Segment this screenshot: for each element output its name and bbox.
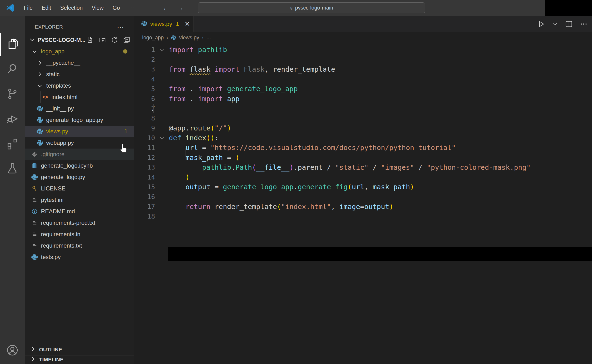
split-editor-icon[interactable] [565,20,573,28]
line-number[interactable]: 17 [134,203,155,210]
chevron-down-icon [36,82,43,89]
tree-item-tests-py[interactable]: tests.py [25,251,134,263]
tab-close-icon[interactable]: ✕ [185,20,190,28]
tree-item-generate-logo-py[interactable]: generate_logo.py [25,171,134,183]
timeline-label: TIMELINE [39,357,64,363]
run-and-debug-icon[interactable] [0,107,25,130]
code-editor[interactable]: 1import pathlib23from flask import Flask… [134,43,592,221]
tree-item-views-py[interactable]: views.py1 [25,126,134,137]
code-line-3[interactable]: 3from flask import Flask, render_templat… [134,64,592,74]
editor-more-actions-icon[interactable] [580,20,588,28]
tree-item-requirements-in[interactable]: requirements.in [25,228,134,240]
tree-item--init-py[interactable]: __init__.py [25,103,134,114]
run-dropdown-chevron-icon[interactable] [552,21,558,27]
tree-item-logo-app[interactable]: logo_app [25,46,134,57]
line-number[interactable]: 15 [134,183,155,191]
line-number[interactable]: 2 [134,56,155,63]
menu-[interactable]: ⋯ [129,5,134,11]
code-line-16[interactable]: 16 [134,192,592,202]
line-number[interactable]: 4 [134,75,155,83]
python-file-icon [36,139,43,146]
code-line-12[interactable]: 12 mask_path = ( [134,153,592,162]
file-tree: logo_app__pycache__statictemplates<>inde… [25,46,134,263]
breadcrumb-item[interactable]: logo_app [142,34,164,41]
line-number[interactable]: 11 [134,144,155,151]
line-number[interactable]: 12 [134,154,155,161]
tree-item-index-html[interactable]: <>index.html [25,91,134,103]
nav-back-button[interactable]: ← [163,4,169,12]
fold-chevron-icon[interactable] [155,135,169,140]
tree-item-templates[interactable]: templates [25,80,134,91]
tree-item--pycache-[interactable]: __pycache__ [25,57,134,69]
fold-chevron-icon[interactable] [155,47,169,52]
line-number[interactable]: 3 [134,65,155,73]
line-number[interactable]: 7 [134,105,155,112]
breadcrumb-item[interactable]: views.py [179,34,199,41]
line-number[interactable]: 14 [134,174,155,181]
source-control-icon[interactable] [0,82,25,105]
new-folder-icon[interactable] [99,36,106,44]
line-number[interactable]: 10 [134,134,155,142]
chevron-right-icon [30,346,36,353]
code-line-14[interactable]: 14 ) [134,172,592,182]
code-line-15[interactable]: 15 output = generate_logo_app.generate_f… [134,182,592,192]
account-icon[interactable] [0,339,25,362]
code-line-13[interactable]: 13 pathlib.Path(__file__).parent / "stat… [134,162,592,172]
line-number[interactable]: 9 [134,124,155,132]
collapse-all-icon[interactable] [123,36,130,44]
explorer-more-actions-icon[interactable]: ⋯ [117,23,124,31]
outline-section-header[interactable]: OUTLINE [25,344,134,355]
code-line-5[interactable]: 5from . import generate_logo_app [134,84,592,94]
line-number[interactable]: 13 [134,163,155,171]
menu-edit[interactable]: Edit [42,5,51,11]
tree-item--gitignore[interactable]: .gitignore [25,149,134,160]
code-line-9[interactable]: 9@app.route("/") [134,123,592,133]
new-file-icon[interactable] [87,36,94,44]
menu-view[interactable]: View [92,5,103,11]
tree-item-label: index.html [52,94,77,100]
command-center-search[interactable]: ⌕ pvscc-logo-main [198,2,425,13]
menu-selection[interactable]: Selection [60,5,83,11]
extensions-icon[interactable] [0,132,25,155]
line-number[interactable]: 18 [134,213,155,220]
nav-forward-button[interactable]: → [177,4,184,12]
tree-item-generate-logo-ipynb[interactable]: generate_logo.ipynb [25,160,134,171]
project-root-row[interactable]: PVSCC-LOGO-M... [25,34,134,46]
tree-item-readme-md[interactable]: README.md [25,206,134,217]
search-view-icon[interactable] [0,58,25,80]
code-line-11[interactable]: 11 url = "https://code.visualstudio.com/… [134,143,592,153]
code-line-18[interactable]: 18 [134,211,592,221]
tab-views-py[interactable]: views.py 1 ✕ [134,16,194,32]
explorer-icon[interactable] [0,33,25,56]
line-number[interactable]: 5 [134,85,155,93]
breadcrumb-item[interactable]: ... [207,34,211,41]
line-number[interactable]: 1 [134,46,155,53]
line-number[interactable]: 6 [134,95,155,102]
tree-item-static[interactable]: static [25,69,134,80]
tree-item-requirements-txt[interactable]: requirements.txt [25,240,134,251]
line-number[interactable]: 8 [134,115,155,122]
menu-go[interactable]: Go [113,5,120,11]
tree-item-requirements-prod-txt[interactable]: requirements-prod.txt [25,217,134,228]
tree-item-license[interactable]: LICENSE [25,183,134,194]
code-line-7[interactable]: 7 [134,104,592,113]
code-line-10[interactable]: 10def index(): [134,133,592,143]
run-python-file-icon[interactable] [537,20,545,28]
code-line-1[interactable]: 1import pathlib [134,45,592,54]
menu-file[interactable]: File [24,5,33,11]
chevron-down-icon [29,36,35,44]
code-line-8[interactable]: 8 [134,113,592,123]
tree-item-pytest-ini[interactable]: pytest.ini [25,194,134,206]
code-line-6[interactable]: 6from . import app [134,94,592,104]
refresh-icon[interactable] [111,36,118,44]
tree-item-label: generate_logo_app.py [46,117,103,123]
code-line-2[interactable]: 2 [134,54,592,64]
key-file-icon [31,185,38,192]
testing-icon[interactable] [0,157,25,180]
line-number[interactable]: 16 [134,193,155,201]
tree-item-webapp-py[interactable]: webapp.py [25,137,134,149]
code-line-4[interactable]: 4 [134,74,592,84]
timeline-section-header[interactable]: TIMELINE [25,355,134,364]
tree-item-generate-logo-app-py[interactable]: generate_logo_app.py [25,114,134,126]
code-line-17[interactable]: 17 return render_template("index.html", … [134,202,592,211]
